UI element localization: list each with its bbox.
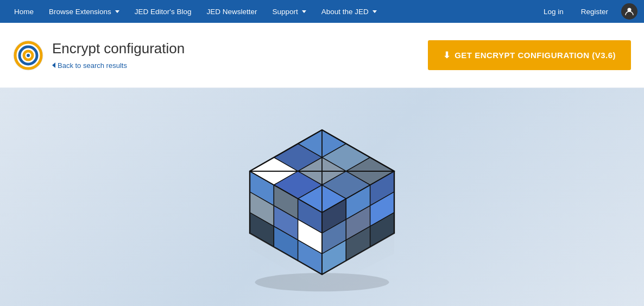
svg-point-5 [27,54,30,57]
header-left: Encrypt configuration Back to search res… [13,40,185,71]
back-to-search-link[interactable]: Back to search results [52,61,185,70]
nav-about-the-jed[interactable]: About the JED [314,0,384,23]
nav-support[interactable]: Support [264,0,313,23]
main-nav: Home Browse Extensions JED Editor's Blog… [0,0,644,23]
back-chevron-icon [52,63,55,68]
download-icon: ⬇ [443,50,451,60]
cube-illustration [219,99,425,305]
nav-home[interactable]: Home [7,0,41,23]
nav-right: Log in Register [536,0,637,23]
rubiks-cube-svg [219,99,425,305]
jed-logo [13,40,43,71]
page-title: Encrypt configuration [52,40,185,57]
support-caret-icon [302,10,306,13]
nav-browse-extensions[interactable]: Browse Extensions [41,0,127,23]
nav-jed-newsletter[interactable]: JED Newsletter [199,0,264,23]
header-text: Encrypt configuration Back to search res… [52,40,185,70]
nav-jed-editors-blog[interactable]: JED Editor's Blog [127,0,199,23]
get-extension-button[interactable]: ⬇ GET ENCRYPT CONFIGURATION (V3.6) [428,40,631,70]
user-avatar-icon[interactable] [621,3,637,20]
nav-items: Home Browse Extensions JED Editor's Blog… [7,0,536,23]
extension-image-area [0,88,644,306]
nav-login[interactable]: Log in [536,0,571,23]
browse-extensions-caret-icon [115,10,119,13]
page-header: Encrypt configuration Back to search res… [0,23,644,88]
about-caret-icon [372,10,377,13]
nav-register[interactable]: Register [573,0,616,23]
